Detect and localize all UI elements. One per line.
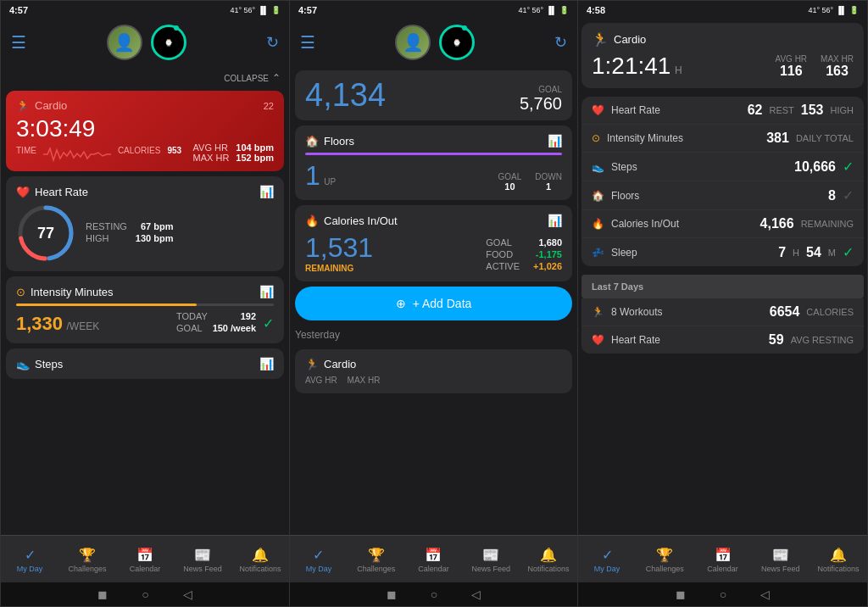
calories-icon: 🔥: [305, 214, 319, 227]
s3-time-unit: H: [675, 64, 682, 76]
avatar-2[interactable]: 👤: [395, 25, 431, 60]
nav-notifications-3[interactable]: 🔔 Notifications: [810, 539, 867, 581]
s3-intensity-item[interactable]: ⊙ Intensity Minutes 381 DAILY TOTAL: [581, 125, 864, 153]
hr-title: ❤️ Heart Rate: [16, 186, 88, 198]
android-nav-2: ◼ ○ ◁: [290, 582, 577, 606]
s3-steps-item[interactable]: 👟 Steps 10,666 ✓: [581, 153, 864, 181]
avatar-1[interactable]: 👤: [107, 25, 142, 60]
my-day-icon-1: ✓: [25, 547, 36, 563]
last7-workouts-unit: CALORIES: [806, 307, 854, 317]
nav-calendar-1[interactable]: 📅 Calendar: [116, 539, 174, 581]
s3-sleep-m-val: 54: [806, 245, 821, 260]
challenges-icon-3: 🏆: [656, 547, 673, 563]
s3-calories-item[interactable]: 🔥 Calories In/Out 4,166 REMAINING: [581, 210, 864, 238]
s3-intensity-left: ⊙ Intensity Minutes: [592, 132, 683, 144]
last7-hr-right: 59 AVG RESTING: [769, 332, 854, 348]
android-back-2[interactable]: ◼: [387, 588, 397, 601]
nav-news-3[interactable]: 📰 News Feed: [752, 539, 810, 581]
last7-workouts-item[interactable]: 🏃 8 Workouts 6654 CALORIES: [581, 298, 864, 326]
nav-news-2[interactable]: 📰 News Feed: [462, 539, 520, 581]
remaining-label: REMAINING: [305, 264, 373, 273]
floors-card[interactable]: 🏠 Floors 📊 1 UP GOAL 10: [295, 125, 572, 200]
cardio-label-1: Cardio: [35, 99, 67, 112]
s3-hr-val: 62: [748, 103, 763, 118]
nav-my-day-3[interactable]: ✓ My Day: [578, 539, 636, 581]
android-back-3[interactable]: ◼: [676, 588, 686, 601]
steps-top-row: 4,134 GOAL 5,760: [305, 77, 562, 114]
s3-calories-left: 🔥 Calories In/Out: [592, 218, 679, 230]
cardio-card-1[interactable]: 🏃 Cardio 22 3:03:49 TIME: [6, 91, 284, 171]
nav-notifications-2[interactable]: 🔔 Notifications: [520, 539, 577, 581]
nav-challenges-2[interactable]: 🏆 Challenges: [348, 539, 405, 581]
nav-my-day-2[interactable]: ✓ My Day: [290, 539, 348, 581]
android-back-1[interactable]: ◼: [97, 588, 108, 601]
hr-card-header: ❤️ Heart Rate 📊: [16, 185, 274, 198]
intensity-check: ✓: [263, 315, 274, 331]
android-recent-3[interactable]: ◁: [760, 588, 770, 601]
s3-hr-right: 62 REST 153 HIGH: [748, 103, 854, 118]
challenges-icon-2: 🏆: [368, 547, 385, 563]
android-home-3[interactable]: ○: [720, 588, 726, 601]
nav-news-1[interactable]: 📰 News Feed: [174, 539, 231, 581]
s3-hr-high-unit: HIGH: [831, 105, 854, 115]
last7-workouts-icon: 🏃: [592, 306, 604, 318]
watch-face-2: ⌚: [453, 39, 461, 47]
s3-sleep-item[interactable]: 💤 Sleep 7 H 54 M ✓: [581, 238, 864, 266]
yday-stats-row: AVG HR MAX HR: [305, 376, 562, 385]
s3-floors-left: 🏠 Floors: [592, 190, 639, 202]
heart-rate-card-1[interactable]: ❤️ Heart Rate 📊 77: [6, 176, 284, 271]
steps-goal-val: 5,760: [520, 94, 562, 114]
cal-active-row: ACTIVE +1,026: [486, 261, 562, 271]
add-data-button[interactable]: ⊕ + Add Data: [295, 287, 572, 320]
menu-icon-1[interactable]: ☰: [11, 32, 26, 53]
intensity-body: 1,330 /WEEK TODAY 192 GOAL 150 /week: [16, 311, 274, 335]
nav-my-day-1[interactable]: ✓ My Day: [1, 539, 58, 581]
calories-details: GOAL 1,680 FOOD -1,175 ACTIVE +1,026: [486, 237, 562, 273]
s3-cardio-card[interactable]: 🏃 Cardio 1:21:41 H AVG HR 116 MAX: [581, 23, 864, 88]
watch-face-1: ⌚: [164, 39, 173, 47]
calories-card[interactable]: 🔥 Calories In/Out 📊 1,531 REMAINING GOAL…: [295, 205, 572, 281]
intensity-card-1[interactable]: ⊙ Intensity Minutes 📊 1,330 /WEEK: [6, 276, 284, 343]
nav-calendar-3[interactable]: 📅 Calendar: [693, 539, 751, 581]
menu-icon-2[interactable]: ☰: [300, 32, 315, 53]
challenges-label-2: Challenges: [357, 565, 395, 573]
floors-bar: [305, 153, 562, 155]
sync-icon-1[interactable]: ↻: [266, 33, 279, 52]
steps-goal-label: GOAL: [520, 85, 562, 94]
s3-floors-val: 8: [828, 188, 836, 203]
last7-hr-item[interactable]: ❤️ Heart Rate 59 AVG RESTING: [581, 326, 864, 354]
status-bar-3: 4:58 41° 56° ▐▌ 🔋: [578, 1, 867, 19]
signal-icon-1: ▐▌: [258, 6, 269, 14]
news-label-2: News Feed: [472, 565, 511, 573]
collapse-bar[interactable]: COLLAPSE ⌃: [6, 70, 284, 86]
s3-floors-item[interactable]: 🏠 Floors 8 ✓: [581, 181, 864, 210]
steps-card-1[interactable]: 👟 Steps 📊: [6, 348, 284, 379]
nav-notifications-1[interactable]: 🔔 Notifications: [231, 539, 289, 581]
android-recent-1[interactable]: ◁: [183, 588, 192, 601]
my-day-icon-3: ✓: [602, 547, 613, 563]
android-recent-2[interactable]: ◁: [471, 588, 481, 601]
s3-avg-hr-col: AVG HR 116: [775, 54, 807, 79]
nav-calendar-2[interactable]: 📅 Calendar: [405, 539, 463, 581]
yesterday-cardio-card[interactable]: 🏃 Cardio AVG HR MAX HR: [295, 349, 572, 393]
signal-icon-2: ▐▌: [546, 6, 557, 14]
android-home-1[interactable]: ○: [142, 588, 148, 601]
intensity-bar-fill: [16, 304, 197, 306]
s3-heart-rate-item[interactable]: ❤️ Heart Rate 62 REST 153 HIGH: [581, 97, 864, 125]
add-data-icon: ⊕: [396, 297, 406, 310]
app-header-2: ☰ 👤 ⌚ ↻: [290, 19, 577, 65]
hr-circle: 77: [16, 203, 75, 263]
max-hr-row: MAX HR 152 bpm: [193, 153, 274, 163]
s3-hr-icon: ❤️: [592, 104, 604, 116]
sync-icon-2[interactable]: ↻: [554, 33, 567, 52]
nav-challenges-3[interactable]: 🏆 Challenges: [636, 539, 693, 581]
my-day-label-3: My Day: [594, 565, 620, 573]
notifications-icon-2: 🔔: [540, 547, 557, 563]
steps-top-card[interactable]: 4,134 GOAL 5,760: [295, 70, 572, 120]
android-home-2[interactable]: ○: [431, 588, 437, 601]
last7-workouts-left: 🏃 8 Workouts: [592, 306, 662, 318]
yesterday-label: Yesterday: [295, 326, 572, 344]
floors-icon: 🏠: [305, 135, 319, 148]
collapse-icon: ⌃: [272, 72, 281, 84]
nav-challenges-1[interactable]: 🏆 Challenges: [58, 539, 116, 581]
